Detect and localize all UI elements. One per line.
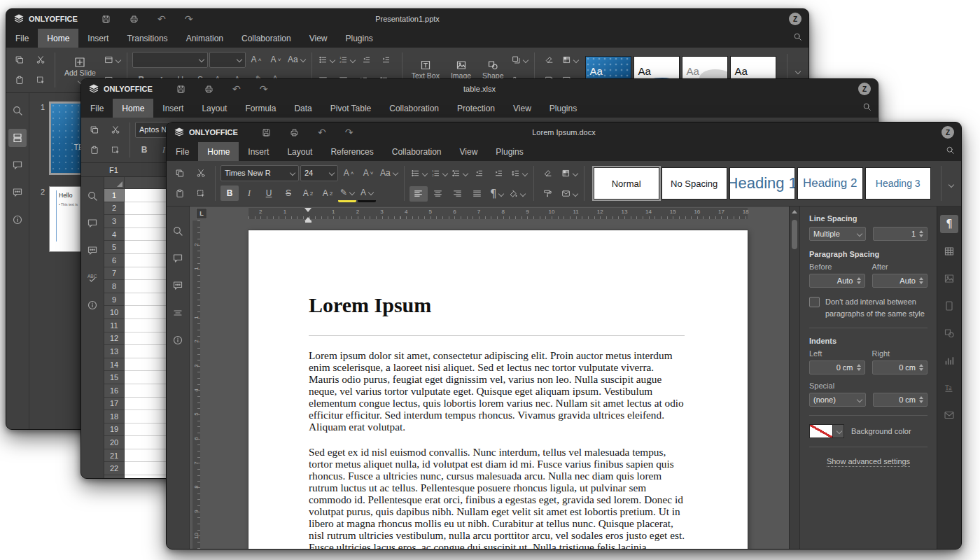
copy-button[interactable] (10, 55, 29, 64)
chat-icon[interactable] (8, 183, 27, 202)
indent-right-spinner[interactable]: 0 cm (872, 360, 928, 374)
table-settings-icon[interactable] (940, 242, 958, 260)
row-header[interactable]: 5 (104, 241, 125, 254)
special-indent-select[interactable]: (none) (809, 393, 866, 407)
spacing-after-spinner[interactable]: Auto (872, 274, 928, 288)
about-icon[interactable] (8, 211, 27, 229)
spellcheck-icon[interactable] (83, 269, 102, 287)
row-header[interactable]: 20 (104, 436, 125, 449)
bullets-button[interactable] (410, 166, 428, 181)
search-icon[interactable] (862, 102, 872, 111)
superscript-button[interactable]: A2 (299, 186, 317, 201)
align-left-button[interactable] (410, 186, 428, 202)
navigation-icon[interactable] (169, 304, 187, 322)
strikethrough-button[interactable]: S (279, 186, 298, 201)
save-button[interactable] (262, 128, 271, 137)
ribbon-tab[interactable]: Home (38, 29, 78, 48)
highlight-color-button[interactable]: ✎ (338, 185, 356, 202)
ribbon-tab[interactable]: Plugins (540, 99, 586, 118)
justify-button[interactable] (468, 186, 486, 202)
search-icon[interactable] (946, 146, 955, 155)
color-dropdown-chevron[interactable] (832, 425, 844, 438)
copy-style-button[interactable] (539, 186, 557, 202)
search-icon[interactable] (169, 222, 187, 240)
ribbon-tab[interactable]: Protection (448, 99, 504, 118)
font-name-select[interactable] (132, 52, 208, 68)
row-header[interactable]: 11 (104, 319, 125, 332)
save-button[interactable] (102, 15, 111, 24)
cut-button[interactable] (31, 55, 50, 64)
row-header[interactable]: 18 (104, 410, 125, 424)
mail-merge-settings-icon[interactable] (940, 406, 958, 424)
undo-button[interactable]: ↶ (318, 127, 326, 137)
font-size-select[interactable] (209, 52, 246, 68)
ribbon-tab[interactable]: Formula (236, 99, 285, 118)
style-card[interactable]: Normal (594, 167, 659, 200)
undo-button[interactable]: ↶ (232, 84, 241, 94)
increase-indent-button[interactable] (490, 166, 508, 181)
decrease-font-button[interactable]: A˅ (359, 165, 377, 181)
print-button[interactable] (290, 128, 299, 137)
bullets-button[interactable] (317, 52, 336, 68)
row-header[interactable]: 10 (104, 306, 125, 319)
row-header[interactable]: 16 (104, 384, 125, 398)
row-header[interactable]: 17 (104, 398, 125, 411)
shading-button[interactable] (507, 186, 526, 202)
ribbon-tab[interactable]: Insert (78, 29, 118, 48)
redo-button[interactable]: ↷ (185, 14, 193, 24)
row-header[interactable]: 12 (104, 332, 125, 346)
style-card[interactable]: No Spacing (662, 167, 727, 200)
color-scheme-button[interactable] (560, 166, 579, 181)
print-button[interactable] (204, 85, 214, 94)
bold-button[interactable]: B (220, 186, 239, 201)
paste-button[interactable] (85, 146, 104, 155)
comments-icon[interactable] (8, 156, 27, 174)
line-spacing-button[interactable] (510, 166, 528, 181)
row-header[interactable]: 4 (104, 228, 125, 241)
cell-name-box[interactable]: F1 (105, 166, 175, 174)
select-all-button[interactable] (192, 189, 210, 198)
change-case-button[interactable]: Aa (286, 52, 307, 67)
ribbon-tab[interactable]: Insert (239, 142, 278, 161)
indent-left-spinner[interactable]: 0 cm (809, 360, 865, 374)
row-header[interactable]: 7 (104, 267, 125, 281)
search-icon[interactable] (83, 187, 102, 205)
color-scheme-button[interactable] (561, 52, 580, 68)
clear-style-button[interactable] (540, 52, 558, 68)
slides-panel-icon[interactable] (8, 129, 27, 147)
slide-layout-button[interactable] (103, 52, 122, 68)
align-center-button[interactable] (429, 186, 447, 202)
ribbon-tab[interactable]: Home (113, 99, 153, 118)
undo-button[interactable]: ↶ (158, 14, 166, 24)
user-avatar[interactable]: Z (789, 13, 802, 25)
row-header[interactable]: 21 (104, 449, 125, 463)
select-all-button[interactable] (106, 146, 125, 155)
search-icon[interactable] (8, 102, 27, 120)
subscript-button[interactable]: A2 (318, 186, 337, 201)
ribbon-tab[interactable]: Plugins (486, 142, 532, 161)
ribbon-tab[interactable]: Layout (278, 142, 321, 161)
vertical-ruler[interactable]: 2112345678910 (192, 220, 200, 550)
special-indent-spinner[interactable]: 0 cm (873, 393, 927, 407)
scroll-up-button[interactable] (790, 206, 799, 217)
font-color-button[interactable]: A (358, 185, 376, 202)
ribbon-tab[interactable]: Animation (177, 29, 232, 48)
ribbon-tab[interactable]: Data (285, 99, 321, 118)
bold-button[interactable]: B (135, 142, 153, 158)
arrange-shape-button[interactable] (510, 52, 529, 68)
ribbon-tab[interactable]: Collaboration (380, 99, 448, 118)
vertical-scrollbar[interactable] (789, 206, 799, 550)
paste-button[interactable] (171, 189, 189, 198)
numbering-button[interactable] (430, 166, 449, 181)
user-avatar[interactable]: Z (858, 83, 871, 95)
increase-font-button[interactable]: A˄ (247, 52, 265, 67)
ribbon-tab[interactable]: View (300, 29, 337, 48)
ribbon-tab[interactable]: Layout (192, 99, 236, 118)
chat-icon[interactable] (169, 276, 187, 295)
spacing-before-spinner[interactable]: Auto (809, 274, 865, 288)
show-advanced-settings-link[interactable]: Show advanced settings (809, 457, 927, 465)
mail-merge-button[interactable] (560, 186, 579, 202)
save-button[interactable] (176, 85, 186, 94)
about-icon[interactable] (83, 296, 102, 314)
ribbon-tab[interactable]: View (504, 99, 540, 118)
